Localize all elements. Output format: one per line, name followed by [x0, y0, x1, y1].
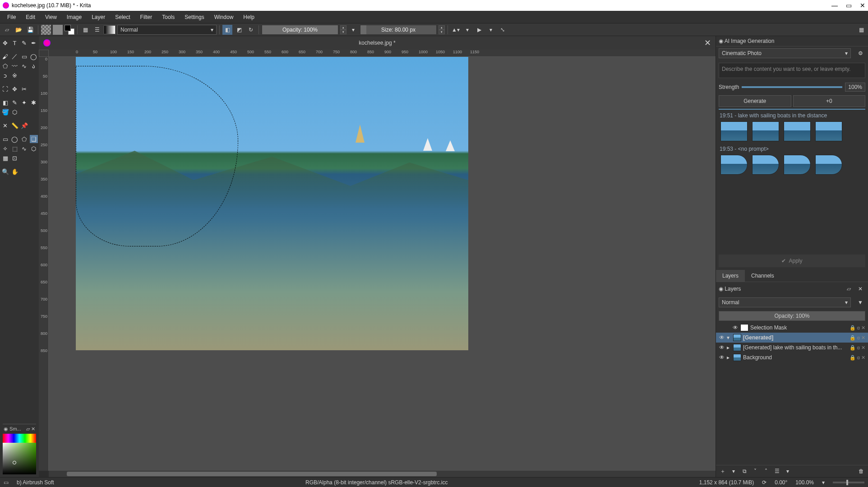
similar-select-tool[interactable]: ⬚ [11, 144, 19, 153]
pattern-edit-tool[interactable]: ✦ [20, 98, 28, 107]
tab-channels[interactable]: Channels [745, 270, 780, 282]
zoom-menu-button[interactable]: ▾ [822, 479, 825, 486]
magnetic-select-tool[interactable]: ⬡ [30, 144, 38, 153]
line-tool[interactable]: ／ [11, 52, 19, 60]
polygon-select-tool[interactable]: ⬠ [20, 135, 28, 143]
move-layer-tool[interactable]: ✥ [11, 85, 19, 93]
crop-tool[interactable]: ✂ [20, 85, 28, 93]
menu-tools[interactable]: Tools [157, 13, 179, 22]
duplicate-layer-button[interactable]: ⧉ [740, 467, 748, 475]
generation-thumbnail[interactable] [720, 121, 748, 141]
document-tab[interactable]: kochelsee.jpg * ✕ [39, 36, 716, 50]
color-swatch[interactable] [53, 25, 63, 35]
ai-prompt-input[interactable]: Describe the content you want to see, or… [719, 63, 865, 78]
bezier-tool[interactable]: ∿ [20, 62, 28, 70]
gradient-swatch[interactable] [104, 25, 115, 34]
ellipse-select-tool[interactable]: ◯ [11, 135, 19, 143]
opacity-field[interactable]: Opacity: 100% [262, 25, 338, 35]
generation-thumbnail[interactable] [784, 155, 811, 175]
expand-layer-button[interactable]: ▸ [727, 354, 731, 361]
fill-tool[interactable]: 🪣 [1, 108, 9, 116]
horizontal-scrollbar[interactable] [49, 471, 716, 477]
brush-size-field[interactable]: Size: 80.00 px [360, 25, 437, 35]
brush-tool[interactable]: 🖌 [1, 52, 9, 60]
visibility-toggle[interactable]: 👁 [719, 344, 725, 351]
layer-row[interactable]: 👁Selection Mask🔒 α ✕ [716, 323, 868, 333]
status-zoom[interactable]: 100.0% [795, 479, 814, 486]
text-tool[interactable]: T [11, 39, 19, 47]
saturation-value-box[interactable] [3, 443, 36, 474]
horizontal-ruler[interactable]: 0501001502002503003504004505005506006507… [49, 50, 716, 57]
rect-select-tool[interactable]: ▭ [1, 135, 9, 143]
status-angle[interactable]: 0.00° [775, 479, 787, 486]
mirror-v-menu[interactable]: ▾ [486, 25, 496, 35]
generation-thumbnail[interactable] [720, 155, 748, 175]
layer-filter-button[interactable]: ▼ [855, 297, 865, 307]
mirror-h-menu[interactable]: ▾ [462, 25, 472, 35]
generation-thumbnail[interactable] [784, 121, 811, 141]
layer-lock-icons[interactable]: 🔒 α ✕ [850, 345, 865, 351]
menu-image[interactable]: Image [62, 13, 86, 22]
vertical-ruler[interactable]: 0501001502002503003504004505005506006507… [39, 57, 49, 471]
close-window-button[interactable]: ✕ [860, 2, 865, 9]
layer-lock-icons[interactable]: 🔒 α ✕ [850, 355, 865, 361]
menu-window[interactable]: Window [210, 13, 238, 22]
pan-tool[interactable]: ✋ [11, 167, 19, 176]
close-document-button[interactable]: ✕ [704, 38, 711, 48]
menu-settings[interactable]: Settings [180, 13, 208, 22]
visibility-toggle[interactable]: 👁 [719, 354, 725, 361]
polyline-tool[interactable]: 〰 [11, 62, 19, 70]
rectangle-tool[interactable]: ▭ [20, 52, 28, 60]
mirror-v-button[interactable]: ▶ [474, 25, 484, 35]
selection-indicator-icon[interactable]: ▭ [4, 479, 9, 486]
move-layer-up-button[interactable]: ˄ [762, 467, 770, 475]
mirror-h-button[interactable]: ▲▾ [451, 25, 461, 35]
reload-preset-button[interactable]: ↻ [246, 25, 256, 35]
menu-select[interactable]: Select [111, 13, 134, 22]
rotation-reset-icon[interactable]: ⟳ [762, 479, 766, 486]
generation-thumbnail[interactable] [815, 155, 842, 175]
menu-help[interactable]: Help [239, 13, 259, 22]
generation-thumbnail[interactable] [752, 155, 779, 175]
float-layers-button[interactable]: ▱ [844, 284, 854, 294]
float-dock-button[interactable]: ▱ [26, 426, 30, 431]
zoom-tool[interactable]: 🔍 [1, 167, 9, 176]
layer-properties-button[interactable]: ☰ [773, 467, 781, 475]
menu-file[interactable]: File [3, 13, 20, 22]
layer-properties-menu[interactable]: ▾ [784, 467, 792, 475]
alpha-lock-button[interactable]: ◩ [234, 25, 244, 35]
layer-opacity-field[interactable]: Opacity: 100% [719, 311, 865, 321]
gradient-tool[interactable]: ◧ [1, 98, 9, 107]
generation-thumbnail[interactable] [752, 121, 779, 141]
canvas-image[interactable] [76, 57, 468, 350]
layer-lock-icons[interactable]: 🔒 α ✕ [850, 335, 865, 341]
ellipse-tool[interactable]: ◯ [30, 52, 38, 60]
strength-slider[interactable] [742, 86, 842, 88]
reference-tool[interactable]: 📌 [20, 121, 28, 130]
generation-thumbnail[interactable] [815, 121, 842, 141]
ai-settings-button[interactable]: ⚙ [855, 48, 865, 58]
menu-edit[interactable]: Edit [21, 13, 40, 22]
tab-layers[interactable]: Layers [716, 270, 745, 282]
freehand-select-tool[interactable]: ❑ [30, 135, 38, 143]
eraser-mode-button[interactable]: ◧ [222, 25, 232, 35]
menu-layer[interactable]: Layer [87, 13, 110, 22]
brush-preset-button[interactable]: ▦ [80, 25, 90, 35]
hue-slider[interactable] [3, 434, 36, 443]
wrap-mode-button[interactable]: ⤡ [498, 25, 508, 35]
delete-layer-button[interactable]: 🗑 [857, 467, 865, 475]
freehand-path-tool[interactable]: ა [30, 62, 38, 70]
close-dock-button[interactable]: ✕ [31, 426, 35, 431]
move-tool[interactable]: ✥ [1, 39, 9, 47]
expand-layer-button[interactable]: ▸ [727, 344, 731, 351]
visibility-toggle[interactable]: 👁 [732, 325, 739, 331]
layer-row[interactable]: 👁▾[Generated]🔒 α ✕ [716, 333, 868, 343]
close-layers-button[interactable]: ✕ [855, 284, 865, 294]
measure-tool[interactable]: 📏 [11, 121, 19, 130]
assistants-tool[interactable]: ✕ [1, 121, 9, 130]
zoom-slider[interactable] [833, 482, 864, 483]
bezier-select-tool[interactable]: ∿ [20, 144, 28, 153]
polygon-tool[interactable]: ⬠ [1, 62, 9, 70]
minimize-button[interactable]: — [831, 2, 838, 9]
brush-editor-button[interactable]: ☰ [92, 25, 102, 35]
